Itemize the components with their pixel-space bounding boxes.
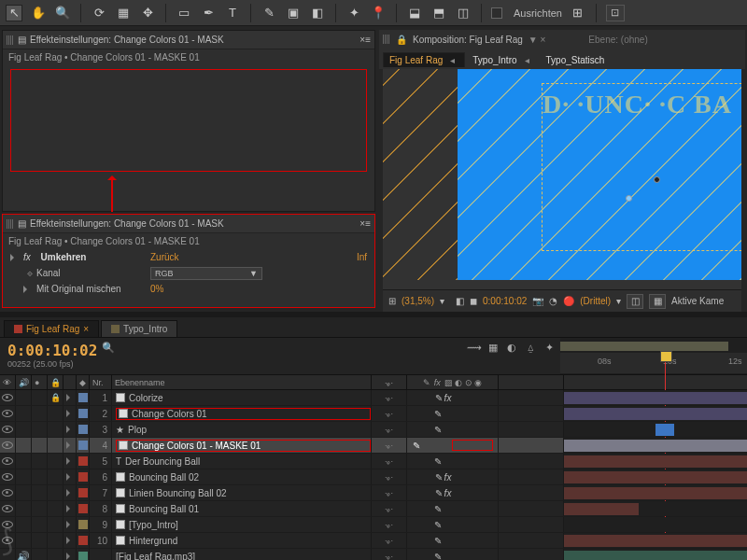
shy-switch-icon[interactable]: ·ᵩ·: [385, 552, 393, 560]
panel-grip-icon[interactable]: [383, 35, 390, 44]
hand-tool-icon[interactable]: ✋: [30, 5, 47, 21]
layer-row[interactable]: 8 Bouncing Ball 01·ᵩ·✎: [0, 501, 747, 517]
panel-grip-icon[interactable]: [7, 219, 14, 229]
timeline-tab-figleafrag[interactable]: Fig Leaf Rag ×: [4, 320, 99, 337]
fx-badge-icon[interactable]: fx: [444, 393, 452, 403]
puppet-tool-icon[interactable]: 📍: [370, 5, 387, 21]
col-audio-icon[interactable]: 🔊: [16, 375, 32, 389]
channel-icon[interactable]: 🔴: [563, 296, 574, 306]
clone-tool-icon[interactable]: ▣: [285, 5, 302, 21]
layer-duration-bar[interactable]: [564, 535, 747, 547]
visibility-toggle-icon[interactable]: [2, 410, 13, 417]
grid-icon[interactable]: ⊞: [388, 296, 396, 306]
edit-switch-icon[interactable]: ✎: [413, 441, 420, 451]
camera-dropdown[interactable]: Aktive Kame: [671, 296, 724, 306]
brush-tool-icon[interactable]: ✎: [261, 5, 277, 21]
search-icon[interactable]: ⊡: [606, 5, 625, 21]
layer-row[interactable]: 9 [Typo_Intro]·ᵩ·✎: [0, 517, 747, 533]
edit-switch-icon[interactable]: ✎: [434, 504, 442, 514]
shy-switch-icon[interactable]: ·ᵩ·: [385, 393, 393, 402]
col-name[interactable]: Ebenenname: [112, 375, 372, 389]
layer-duration-bar[interactable]: [564, 392, 747, 404]
twirl-icon[interactable]: [66, 537, 74, 544]
twirl-icon[interactable]: [66, 489, 74, 497]
layer-row[interactable]: 7 Linien Bouncing Ball 02·ᵩ·✎fx: [0, 485, 747, 501]
shy-switch-icon[interactable]: ·ᵩ·: [385, 536, 393, 545]
layer-row[interactable]: 2 Change Colors 01·ᵩ·✎: [0, 406, 747, 422]
label-color[interactable]: [78, 409, 88, 418]
layer-row[interactable]: 🔊 [Fig Leaf Rag.mp3]·ᵩ·✎: [0, 549, 747, 560]
col-label-icon[interactable]: ◆: [77, 375, 90, 389]
twirl-icon[interactable]: [66, 521, 74, 528]
layer-row[interactable]: 5T Der Bouncing Ball·ᵩ·✎: [0, 454, 747, 469]
snap-edge-icon[interactable]: ⊞: [570, 5, 586, 21]
label-color[interactable]: [78, 552, 88, 560]
zoom-tool-icon[interactable]: 🔍: [54, 5, 71, 21]
col-number[interactable]: Nr.: [90, 375, 112, 389]
res-full-icon[interactable]: ◼: [470, 296, 477, 306]
lock-icon[interactable]: 🔒: [50, 393, 61, 402]
panel-grip-icon[interactable]: [7, 35, 14, 45]
shy-switch-icon[interactable]: ·ᵩ·: [385, 409, 393, 418]
layer-row[interactable]: 10 Hintergrund·ᵩ·✎: [0, 533, 747, 549]
layer-duration-bar[interactable]: [564, 471, 747, 483]
label-color[interactable]: [78, 472, 88, 482]
col-visibility-icon[interactable]: 👁: [0, 375, 16, 389]
twirl-icon[interactable]: [66, 441, 74, 449]
camera-tool-icon[interactable]: ▦: [115, 5, 132, 21]
visibility-toggle-icon[interactable]: [2, 441, 13, 449]
label-color[interactable]: [78, 520, 88, 529]
visibility-toggle-icon[interactable]: [2, 505, 13, 512]
label-color[interactable]: [78, 536, 88, 545]
channel-dropdown[interactable]: RGB▼: [150, 267, 262, 280]
col-lock-icon[interactable]: 🔒: [48, 375, 63, 389]
selection-tool-icon[interactable]: ↖: [6, 5, 22, 21]
layer-duration-bar[interactable]: [655, 424, 674, 436]
visibility-toggle-icon[interactable]: [2, 394, 13, 401]
layer-row[interactable]: 6 Bouncing Ball 02·ᵩ·✎fx: [0, 469, 747, 485]
layer-row[interactable]: 3★ Plop·ᵩ·✎: [0, 422, 747, 438]
label-color[interactable]: [78, 488, 88, 497]
layer-duration-bar[interactable]: [564, 440, 747, 452]
brainstorm-icon[interactable]: ✦: [542, 341, 557, 354]
effect-name[interactable]: Umkehren: [41, 252, 87, 262]
shy-switch-icon[interactable]: ·ᵩ·: [385, 456, 393, 466]
twirl-icon[interactable]: [66, 457, 74, 465]
fx-badge-icon[interactable]: fx: [444, 472, 452, 483]
viewer-timecode[interactable]: 0:00:10:02: [483, 296, 527, 306]
label-color[interactable]: [78, 393, 88, 402]
shy-switch-icon[interactable]: ·ᵩ·: [385, 441, 393, 450]
edit-switch-icon[interactable]: ✎: [435, 472, 443, 483]
layer-duration-bar[interactable]: [564, 455, 747, 468]
pan-behind-tool-icon[interactable]: ✥: [139, 5, 156, 21]
layer-duration-bar[interactable]: [564, 503, 639, 515]
layer-row[interactable]: 🔒1 Colorize·ᵩ·✎fx: [0, 390, 747, 406]
work-area-bar[interactable]: [560, 342, 728, 351]
comp-tab-figleafrag[interactable]: Fig Leaf Rag◂: [383, 52, 465, 67]
twirl-icon[interactable]: [66, 553, 74, 560]
current-timecode[interactable]: 0:00:10:02: [7, 342, 90, 359]
view-axis-icon[interactable]: ◫: [455, 5, 472, 21]
effect-reset-link[interactable]: Zurück: [150, 252, 179, 262]
anchor-point-icon[interactable]: [654, 176, 660, 183]
layer-bounding-box[interactable]: [542, 83, 741, 251]
res-half-icon[interactable]: ◧: [456, 296, 464, 306]
label-color[interactable]: [78, 425, 88, 434]
lock-icon[interactable]: 🔒: [396, 35, 407, 45]
timeline-tab-typointro[interactable]: Typo_Intro: [101, 320, 177, 337]
comp-tab-typostatisch[interactable]: Typo_Statisch: [541, 53, 614, 67]
twirl-icon[interactable]: [66, 410, 74, 417]
world-axis-icon[interactable]: ⬒: [430, 5, 447, 21]
text-tool-icon[interactable]: T: [224, 5, 241, 21]
shy-switch-icon[interactable]: ·ᵩ·: [385, 488, 393, 497]
layer-duration-bar[interactable]: [564, 551, 747, 560]
shy-switch-icon[interactable]: ·ᵩ·: [385, 425, 393, 434]
label-color[interactable]: [78, 504, 88, 513]
snap-checkbox[interactable]: [491, 7, 502, 19]
snapshot-icon[interactable]: 📷: [532, 296, 543, 306]
edit-switch-icon[interactable]: ✎: [434, 536, 442, 546]
zoom-value[interactable]: (31,5%): [402, 296, 434, 306]
toggle-alpha-icon[interactable]: ◫: [627, 294, 643, 309]
layer-duration-bar[interactable]: [564, 408, 747, 420]
twirl-icon[interactable]: [66, 394, 74, 401]
